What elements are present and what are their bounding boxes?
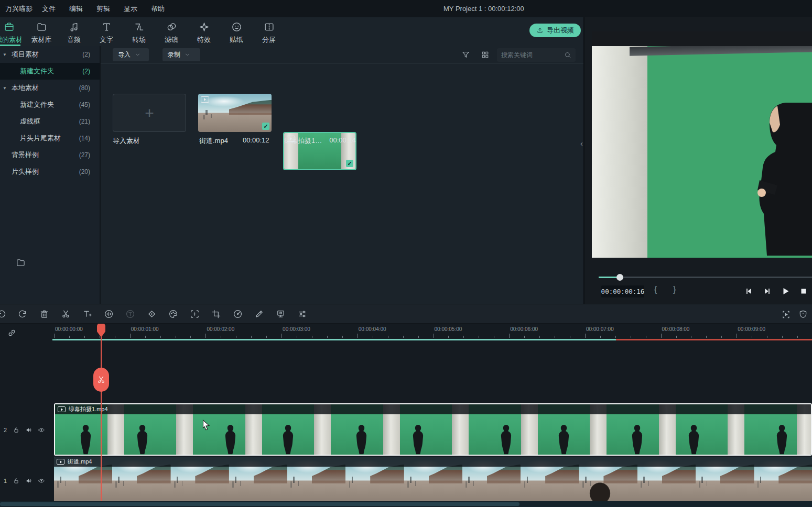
playhead-split-button[interactable] [93,368,109,392]
ruler-tick-minor [176,336,176,338]
edit-toolbar [0,304,812,324]
ruler-tick-major [509,334,510,338]
menu-item-2[interactable]: 剪辑 [96,4,110,14]
tab-sparkle[interactable]: 特效 [188,17,220,46]
speaker-icon[interactable] [25,426,33,434]
ruler-tick-minor [388,336,388,338]
speaker-icon[interactable] [25,477,33,484]
preview-panel: 00:00:00:16 { } [583,17,812,304]
tab-label: 滤镜 [165,35,178,45]
toolbar-snapshot-icon[interactable] [276,309,286,319]
expander-triangle-icon[interactable]: ▼ [3,52,7,57]
media-card-street[interactable]: ✓ [198,94,272,132]
sidebar-item-label: 本地素材 [12,83,39,93]
person-silhouette [584,477,616,504]
preview-video [592,31,812,258]
toolbar-crop-icon[interactable] [211,309,221,319]
previous-frame-button[interactable] [744,286,754,296]
sidebar-item-label: 新建文件夹 [20,67,54,76]
search-input[interactable]: 搜索关键词 [497,48,576,62]
toolbar-track-icon[interactable] [190,309,200,319]
playhead-line[interactable] [101,324,102,501]
clip-name: 街道.mp4 [68,458,92,466]
timeline-clip-street[interactable]: 街道.mp4 [54,457,812,504]
menu-item-1[interactable]: 编辑 [69,4,83,14]
stop-button[interactable] [799,286,808,296]
menu-item-3[interactable]: 显示 [124,4,137,14]
shield-icon[interactable] [798,310,808,319]
toolbar-speed-icon[interactable] [233,309,243,319]
sidebar-item-1[interactable]: 新建文件夹(2) [0,63,100,80]
toolbar-undo-icon[interactable] [0,309,6,319]
tab-textT[interactable]: 文字 [90,17,123,46]
sidebar: ▼项目素材(2)新建文件夹(2)▼本地素材(80)新建文件夹(45)虚线框(21… [0,46,100,304]
grid-view-icon[interactable] [481,50,490,59]
tab-smiley[interactable]: 贴纸 [220,17,253,46]
person-silhouette [135,424,149,454]
ruler-tick-minor [115,336,115,338]
mark-out-button[interactable]: } [673,285,676,294]
sidebar-item-4[interactable]: 虚线框(21) [0,113,100,130]
filter-funnel-icon[interactable] [461,50,470,59]
render-preview-icon[interactable] [781,310,791,319]
lock-icon[interactable] [13,477,20,484]
tab-music[interactable]: 音频 [58,17,90,46]
tab-transition[interactable]: 转场 [123,17,155,46]
menu-item-0[interactable]: 文件 [42,4,56,14]
timeline-clip-greenscreen[interactable]: 绿幕拍摄1.mp4 [54,403,812,456]
toolbar-trash-icon[interactable] [39,309,49,319]
sidebar-item-5[interactable]: 片头片尾素材(14) [0,130,100,147]
export-video-button[interactable]: 导出视频 [529,24,581,37]
timeline-scrollbar[interactable] [0,501,812,507]
import-dropdown-button[interactable]: 导入 [113,48,149,61]
eye-icon[interactable] [38,426,45,434]
toolbar-textadd-icon[interactable] [82,309,92,319]
menu-item-4[interactable]: 帮助 [151,4,165,14]
next-frame-button[interactable] [762,286,772,296]
sidebar-item-0[interactable]: ▼项目素材(2) [0,46,100,63]
record-label: 录制 [168,50,180,59]
sidebar-item-7[interactable]: 片头样例(20) [0,163,100,180]
video-badge-icon [57,459,64,465]
transition-icon [134,21,145,32]
lock-icon[interactable] [13,426,20,434]
toolbar-pen-icon[interactable] [254,309,264,319]
tab-label: 特效 [197,35,211,45]
ruler-tick-major [358,334,358,338]
ruler-tick-minor [297,336,297,338]
toolbar-redo-icon[interactable] [18,309,28,319]
sidebar-item-2[interactable]: ▼本地素材(80) [0,80,100,96]
tab-folder[interactable]: 素材库 [25,17,58,46]
ruler-tick-minor [403,336,404,338]
person-silhouette [557,424,571,454]
tab-briefcase[interactable]: 我的素材 [0,17,25,46]
music-icon [69,21,80,32]
toolbar-scissors-icon[interactable] [61,309,71,319]
expander-triangle-icon[interactable]: ▼ [3,86,7,91]
toolbar-adjust-icon[interactable] [297,309,307,319]
tab-filtercircles[interactable]: 滤镜 [155,17,188,46]
mark-in-button[interactable]: { [654,285,657,294]
tab-split[interactable]: 分屏 [253,17,285,46]
preview-scrubber[interactable] [599,277,812,278]
folder-icon[interactable] [16,258,26,268]
toolbar-tcircle-icon[interactable] [125,309,135,319]
tab-label: 转场 [132,35,146,45]
sidebar-item-3[interactable]: 新建文件夹(45) [0,96,100,113]
scrubber-handle[interactable] [616,274,623,281]
toolbar-keyframe-icon[interactable] [147,309,157,319]
scrollbar-thumb[interactable] [0,502,519,506]
import-label: 导入 [118,50,131,59]
toolbar-beat-icon[interactable] [104,309,114,319]
import-media-card[interactable]: + [113,94,186,132]
ruler-tick-minor [236,336,236,338]
eye-icon[interactable] [38,477,45,484]
toolbar-palette-icon[interactable] [168,309,178,319]
sidebar-item-6[interactable]: 背景样例(27) [0,147,100,163]
timeline-ruler[interactable]: 00:00:00:0000:00:01:0000:00:02:0000:00:0… [0,324,812,338]
ruler-tick-minor [84,336,85,338]
left-panel: 我的素材素材库音频文字转场滤镜特效贴纸分屏 导出视频 ▼项目素材(2)新建文件夹… [0,17,583,304]
play-button[interactable] [780,286,791,296]
record-dropdown-button[interactable]: 录制 [163,48,200,61]
ruler-tick-major [282,334,282,338]
